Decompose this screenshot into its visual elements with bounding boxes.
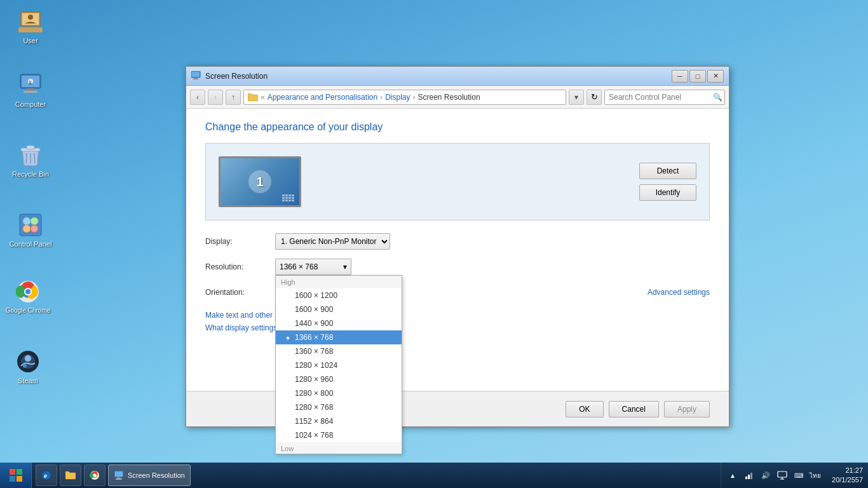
dropdown-item-1280x800[interactable]: 1280 × 800 — [276, 386, 402, 400]
window-content: Change the appearance of your display 1 — [186, 109, 729, 426]
monitor-action-buttons: Detect Identify — [639, 163, 696, 201]
address-bar: ‹ › ↑ « Appearance and Personalisation ›… — [186, 86, 729, 109]
tray-volume[interactable]: 🔊 — [759, 469, 772, 482]
desktop-icon-steam[interactable]: Steam — [3, 346, 53, 387]
desktop: User 1 Computer Recycle — [0, 0, 868, 488]
breadcrumb: « Appearance and Personalisation › Displ… — [243, 90, 566, 105]
dropdown-item-1152x864[interactable]: 1152 × 864 — [276, 414, 402, 428]
monitor-display-1: 1 — [219, 156, 301, 207]
taskbar: e — [0, 463, 868, 488]
desktop-icon-recycle[interactable]: Recycle Bin — [5, 140, 56, 180]
tray-language[interactable]: ไทย — [809, 469, 822, 482]
tray-keyboard[interactable]: ⌨ — [792, 469, 805, 482]
svg-rect-29 — [192, 72, 200, 77]
breadcrumb-appearance[interactable]: Appearance and Personalisation — [268, 93, 377, 102]
resolution-value-text: 868 × 488 — [280, 262, 318, 271]
svg-rect-35 — [17, 476, 22, 482]
svg-point-26 — [25, 355, 31, 362]
monitor-icon — [777, 471, 787, 480]
chrome-icon — [90, 470, 100, 480]
back-button[interactable]: ‹ — [190, 90, 205, 105]
tray-network[interactable] — [743, 469, 756, 482]
desktop-icon-control-panel-label: Control Panel — [10, 240, 52, 248]
dropdown-item-1600x1200[interactable]: 1600 × 1200 — [276, 288, 402, 302]
breadcrumb-display[interactable]: Display — [385, 93, 410, 102]
monitor-area: 1 Detect Identify — [205, 143, 710, 220]
display-select[interactable]: 1. Generic Non-PnP Monitor — [275, 233, 390, 250]
taskbar-item-ie[interactable]: e — [36, 464, 57, 486]
svg-rect-42 — [115, 471, 123, 477]
identify-button[interactable]: Identify — [639, 184, 696, 201]
ok-button[interactable]: OK — [566, 401, 603, 417]
dropdown-scroll-area: High 1600 × 1200 1600 × 900 — [276, 276, 402, 454]
dialog-buttons: OK Cancel Apply — [186, 391, 729, 426]
desktop-icon-control-panel[interactable]: Control Panel — [5, 210, 56, 250]
desktop-icon-user[interactable]: User — [5, 6, 56, 47]
svg-rect-30 — [194, 78, 198, 79]
svg-rect-3 — [18, 27, 43, 32]
svg-point-19 — [31, 225, 38, 233]
taskbar-screen-res-label: Screen Resolution — [128, 471, 185, 479]
svg-text:e: e — [44, 473, 47, 479]
close-button[interactable]: ✕ — [707, 70, 724, 83]
start-button[interactable] — [0, 463, 32, 488]
resolution-dropdown-arrow: ▾ — [343, 262, 347, 271]
svg-rect-31 — [193, 79, 199, 80]
desktop-icon-steam-label: Steam — [18, 377, 38, 384]
dropdown-label-low: Low — [276, 442, 402, 454]
resolution-select-display[interactable]: 868 × 488 ▾ — [275, 259, 351, 275]
svg-point-17 — [31, 217, 38, 225]
svg-rect-45 — [745, 477, 747, 479]
dropdown-item-1024x768[interactable]: 1024 × 768 — [276, 428, 402, 442]
resolution-wrapper: 868 × 488 ▾ High 1600 × 1200 — [275, 259, 351, 275]
dropdown-item-1360x768[interactable]: 1360 × 768 — [276, 344, 402, 358]
svg-point-40 — [93, 474, 97, 477]
screen-resolution-window: Screen Resolution ─ □ ✕ ‹ › ↑ « Appearan… — [186, 66, 729, 427]
cancel-button[interactable]: Cancel — [609, 401, 659, 417]
svg-text:1: 1 — [29, 80, 31, 85]
desktop-icon-computer[interactable]: 1 Computer — [5, 70, 56, 111]
advanced-settings-link[interactable]: Advanced settings — [648, 288, 710, 297]
up-button[interactable]: ↑ — [226, 90, 241, 105]
dropdown-item-1280x960[interactable]: 1280 × 960 — [276, 372, 402, 386]
svg-line-14 — [34, 153, 35, 163]
maximize-button[interactable]: □ — [689, 70, 706, 83]
clock-date: 20/1/2557 — [832, 475, 863, 485]
svg-point-27 — [23, 364, 27, 368]
desktop-icon-google-chrome[interactable]: Google Chrome — [3, 276, 53, 316]
taskbar-item-explorer[interactable] — [60, 464, 81, 486]
svg-rect-11 — [27, 146, 34, 149]
window-title-text: Screen Resolution — [205, 72, 672, 81]
folder-icon — [248, 93, 258, 102]
search-icon: 🔍 — [713, 93, 722, 102]
dropdown-button[interactable]: ▾ — [569, 90, 584, 105]
svg-rect-33 — [17, 469, 22, 475]
svg-rect-15 — [20, 214, 41, 236]
windows-logo-icon — [8, 468, 24, 483]
svg-rect-47 — [750, 473, 752, 479]
tray-display[interactable] — [776, 469, 789, 482]
taskbar-tray: ▲ 🔊 ⌨ ไทย — [721, 463, 827, 488]
forward-button[interactable]: › — [208, 90, 223, 105]
display-label: Display: — [205, 237, 275, 246]
search-input[interactable] — [604, 90, 725, 105]
dropdown-item-1600x900[interactable]: 1600 × 900 — [276, 302, 402, 316]
dropdown-item-1440x900[interactable]: 1440 × 900 — [276, 316, 402, 330]
svg-point-2 — [28, 15, 33, 20]
refresh-button[interactable]: ↻ — [587, 90, 602, 105]
dropdown-item-1280x768[interactable]: 1280 × 768 — [276, 400, 402, 414]
taskbar-item-chrome[interactable] — [84, 464, 105, 486]
taskbar-clock[interactable]: 21:27 20/1/2557 — [827, 466, 868, 485]
dropdown-item-868x488[interactable]: ● 868 × 488 — [276, 330, 402, 344]
svg-rect-7 — [24, 91, 37, 93]
minimize-button[interactable]: ─ — [672, 70, 688, 83]
apply-button[interactable]: Apply — [664, 401, 710, 417]
clock-time: 21:27 — [832, 466, 863, 475]
ie-icon: e — [41, 470, 51, 480]
desktop-icon-recycle-label: Recycle Bin — [12, 170, 49, 178]
tray-expand[interactable]: ▲ — [726, 469, 739, 482]
taskbar-item-screen-res[interactable]: Screen Resolution — [108, 464, 191, 486]
dropdown-item-1280x1024[interactable]: 1280 × 1024 — [276, 358, 402, 372]
page-title: Change the appearance of your display — [205, 121, 710, 133]
detect-button[interactable]: Detect — [639, 163, 696, 179]
